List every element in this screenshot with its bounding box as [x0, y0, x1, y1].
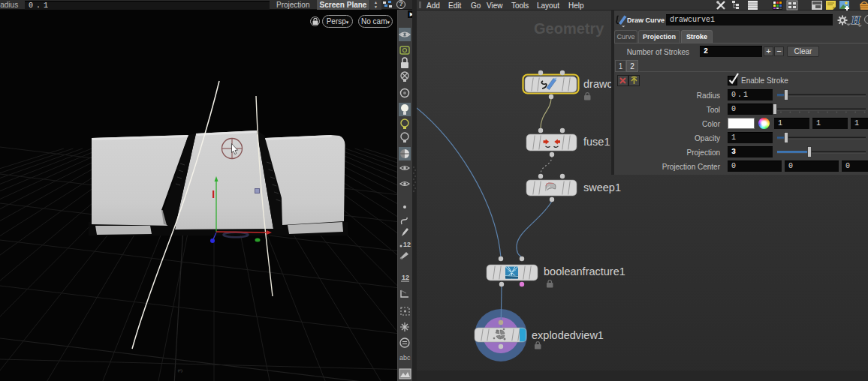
svg-text:booleanfracture1: booleanfracture1 [544, 266, 625, 278]
svg-text:abc: abc [399, 354, 411, 362]
svg-text:sweep1: sweep1 [583, 182, 621, 194]
svg-text:12: 12 [402, 274, 409, 281]
svg-text:explodedview1: explodedview1 [532, 329, 604, 341]
svg-text:12: 12 [403, 241, 411, 248]
svg-text:fuse1: fuse1 [583, 136, 610, 148]
svg-text:3: 3 [176, 369, 184, 373]
